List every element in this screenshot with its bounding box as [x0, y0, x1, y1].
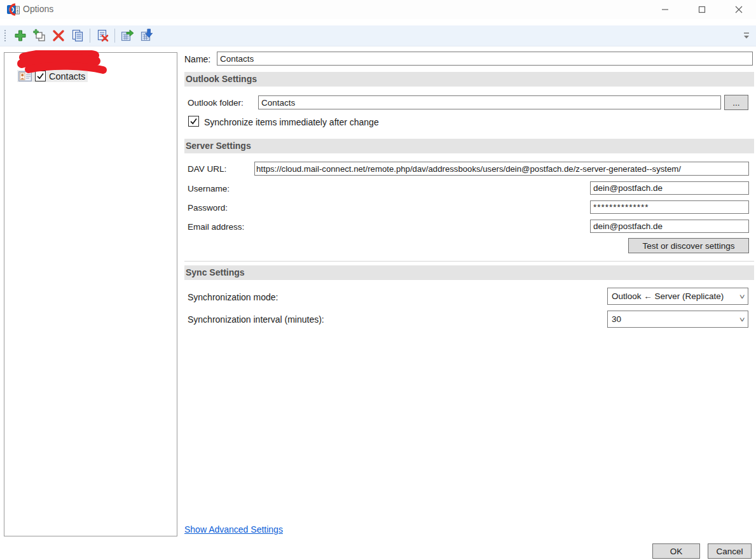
page-green-arrow-icon — [120, 29, 135, 43]
toolbar-separator — [90, 29, 90, 43]
window-title: Options — [23, 4, 53, 14]
email-address-input[interactable] — [590, 220, 749, 233]
delete-profile-button[interactable] — [50, 27, 67, 44]
add-profile-button[interactable] — [11, 27, 29, 44]
maximize-button[interactable] — [687, 0, 717, 19]
app-logo-icon: O D A V — [5, 3, 20, 17]
copy-pages-icon — [71, 29, 85, 43]
close-icon — [735, 6, 743, 13]
plus-green-icon — [13, 29, 27, 43]
clear-cache-button[interactable] — [93, 27, 111, 44]
sync-interval-value: 30 — [612, 314, 621, 324]
test-settings-button[interactable]: Test or discover settings — [628, 238, 749, 253]
chevron-down-icon: ˅ — [739, 316, 745, 323]
chevron-down-icon: ˅ — [739, 293, 745, 300]
username-input[interactable] — [590, 181, 749, 195]
browse-folder-button[interactable]: ... — [724, 95, 748, 110]
red-x-icon — [52, 29, 65, 43]
toolbar-separator — [114, 29, 115, 43]
server-settings-header: Server Settings — [184, 139, 754, 153]
page-red-x-icon — [95, 29, 109, 43]
plus-squares-icon — [32, 29, 46, 43]
ok-button[interactable]: OK — [652, 543, 700, 559]
outlook-folder-input[interactable] — [258, 95, 721, 109]
sync-mode-dropdown[interactable]: Outlook ← Server (Replicate) ˅ — [607, 288, 748, 305]
red-scribble-redaction — [13, 50, 109, 76]
sync-mode-value: Outlook ← Server (Replicate) — [612, 291, 724, 301]
email-address-label: Email address: — [188, 222, 244, 232]
sync-interval-label: Synchronization interval (minutes): — [188, 314, 324, 325]
maximize-icon — [698, 6, 706, 13]
outlook-settings-header: Outlook Settings — [184, 72, 754, 87]
add-multiple-profiles-button[interactable] — [31, 27, 48, 44]
toolbar — [0, 25, 756, 46]
toolbar-overflow-button[interactable] — [742, 32, 751, 41]
password-input[interactable] — [590, 200, 749, 214]
import-profiles-button[interactable] — [137, 27, 155, 44]
name-input[interactable] — [217, 52, 753, 66]
show-advanced-settings-link[interactable]: Show Advanced Settings — [184, 524, 283, 535]
sync-interval-dropdown[interactable]: 30 ˅ — [607, 311, 748, 328]
minimize-button[interactable] — [650, 0, 680, 19]
dav-url-label: DAV URL: — [188, 164, 226, 174]
page-blue-arrow-icon — [139, 29, 154, 43]
sync-immediately-label: Synchronize items immediately after chan… — [204, 117, 379, 127]
cancel-button[interactable]: Cancel — [708, 543, 752, 559]
profiles-list-panel: Contacts — [4, 52, 177, 536]
close-button[interactable] — [724, 0, 753, 19]
section-divider — [184, 261, 754, 262]
username-label: Username: — [188, 184, 230, 193]
dav-url-input[interactable] — [254, 162, 749, 176]
checkmark-icon — [189, 117, 198, 125]
name-label: Name: — [184, 54, 210, 64]
title-bar: O D A V Options — [0, 0, 756, 19]
sync-settings-header: Sync Settings — [184, 265, 754, 280]
sync-immediately-checkbox[interactable] — [188, 116, 199, 127]
export-profiles-button[interactable] — [118, 27, 136, 44]
chevron-overflow-icon — [743, 32, 750, 39]
outlook-folder-label: Outlook folder: — [188, 98, 244, 108]
toolbar-drag-handle[interactable] — [4, 29, 6, 42]
sync-mode-label: Synchronization mode: — [188, 292, 278, 302]
minimize-icon — [661, 6, 669, 13]
copy-profile-button[interactable] — [69, 27, 86, 44]
password-label: Password: — [188, 203, 228, 213]
